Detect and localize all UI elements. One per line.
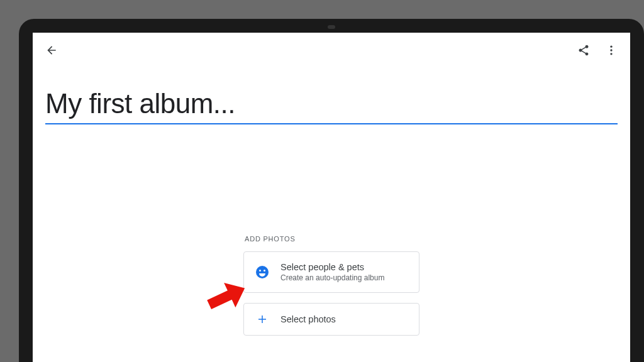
- plus-icon-wrap: [255, 314, 269, 325]
- album-title-input[interactable]: [45, 88, 618, 124]
- add-photos-label: ADD PHOTOS: [243, 235, 419, 243]
- select-photos-option[interactable]: Select photos: [243, 303, 419, 336]
- add-photos-section: ADD PHOTOS Select people & pets Create a…: [243, 235, 419, 346]
- select-people-pets-option[interactable]: Select people & pets Create an auto-upda…: [243, 251, 419, 293]
- more-options-button[interactable]: [605, 44, 618, 57]
- back-arrow-icon: [45, 44, 58, 57]
- plus-icon: [257, 314, 268, 325]
- laptop-frame: ADD PHOTOS Select people & pets Create a…: [19, 19, 644, 362]
- share-button[interactable]: [577, 44, 590, 57]
- option-text: Select photos: [280, 314, 336, 324]
- title-area: [33, 63, 630, 124]
- face-icon-wrap: [255, 266, 269, 278]
- top-bar: [33, 33, 630, 63]
- face-icon: [256, 266, 269, 278]
- more-vertical-icon: [605, 44, 618, 57]
- top-right-actions: [577, 44, 618, 57]
- option-title: Select photos: [280, 314, 336, 324]
- svg-point-0: [610, 46, 612, 48]
- svg-point-1: [610, 49, 612, 51]
- option-title: Select people & pets: [280, 262, 384, 272]
- option-subtitle: Create an auto-updating album: [280, 273, 384, 282]
- svg-point-2: [610, 53, 612, 55]
- share-icon: [577, 44, 590, 57]
- tutorial-pointer-arrow: [197, 275, 248, 327]
- laptop-camera: [328, 25, 335, 29]
- app-screen: ADD PHOTOS Select people & pets Create a…: [33, 33, 630, 362]
- back-button[interactable]: [45, 44, 58, 57]
- option-text: Select people & pets Create an auto-upda…: [280, 262, 384, 282]
- red-arrow-icon: [197, 275, 248, 325]
